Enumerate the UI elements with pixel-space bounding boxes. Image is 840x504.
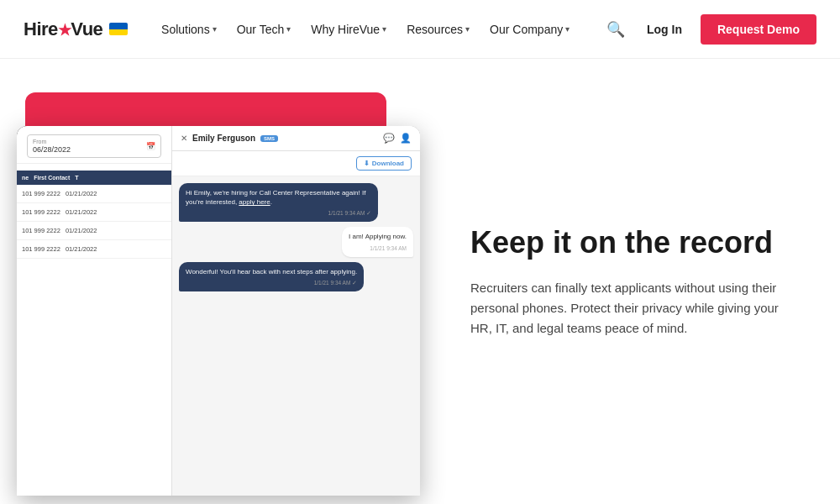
login-button[interactable]: Log In xyxy=(638,18,690,41)
sms-badge: SMS xyxy=(260,135,278,142)
chevron-down-icon: ▾ xyxy=(465,24,470,34)
phone: 101 999 2222 xyxy=(22,190,60,197)
text-area: Keep it on the record Recruiters can fin… xyxy=(428,191,840,371)
nav-links: Solutions ▾ Our Tech ▾ Why HireVue ▾ Res… xyxy=(153,18,578,41)
date: 01/21/2022 xyxy=(66,190,97,197)
message-icon[interactable]: 💬 xyxy=(383,133,395,144)
laptop-frame: From 06/28/2022 📅 ne First Contact T 101… xyxy=(17,126,420,496)
search-button[interactable]: 🔍 xyxy=(603,17,628,42)
calendar-icon: 📅 xyxy=(146,142,155,150)
screen-left-panel: From 06/28/2022 📅 ne First Contact T 101… xyxy=(17,126,172,496)
logo-text: Hire★Vue xyxy=(24,18,102,40)
table-row: 101 999 2222 01/21/2022 xyxy=(17,240,171,259)
message-timestamp: 1/1/21 9:34 AM ✓ xyxy=(186,209,371,217)
ukraine-flag xyxy=(109,23,128,35)
chevron-down-icon: ▾ xyxy=(565,24,570,34)
date: 01/21/2022 xyxy=(66,208,97,216)
phone: 101 999 2222 xyxy=(22,208,60,216)
download-icon: ⬇ xyxy=(364,160,370,167)
chat-body: Hi Emily, we're hiring for Call Center R… xyxy=(172,176,420,496)
request-demo-button[interactable]: Request Demo xyxy=(701,14,816,45)
nav-why-hirevue[interactable]: Why HireVue ▾ xyxy=(302,18,395,41)
col-first-contact: First Contact xyxy=(34,175,70,181)
logo[interactable]: Hire★Vue xyxy=(24,18,128,40)
page-title: Keep it on the record xyxy=(470,224,798,260)
chevron-down-icon: ▾ xyxy=(286,24,291,34)
message-text: Hi Emily, we're hiring for Call Center R… xyxy=(186,189,365,206)
date-field[interactable]: From 06/28/2022 📅 xyxy=(27,134,161,158)
table-row: 101 999 2222 01/21/2022 xyxy=(17,203,171,222)
date-filter-area: From 06/28/2022 📅 xyxy=(17,126,171,164)
navigation: Hire★Vue Solutions ▾ Our Tech ▾ Why Hire… xyxy=(0,0,840,59)
phone: 101 999 2222 xyxy=(22,227,60,234)
col-t: T xyxy=(75,175,78,181)
table-header: ne First Contact T xyxy=(17,171,171,185)
nav-our-tech[interactable]: Our Tech ▾ xyxy=(228,18,300,41)
chat-panel: ✕ Emily Ferguson SMS 💬 👤 ⬇ Download xyxy=(172,126,420,496)
download-area: ⬇ Download xyxy=(172,151,420,176)
chevron-down-icon: ▾ xyxy=(213,24,217,34)
date: 01/21/2022 xyxy=(66,227,97,234)
chevron-down-icon: ▾ xyxy=(382,24,386,34)
date-value: 06/28/2022 xyxy=(33,145,71,154)
device-mockup: From 06/28/2022 📅 ne First Contact T 101… xyxy=(0,59,428,504)
nav-resources[interactable]: Resources ▾ xyxy=(398,18,478,41)
message-text: Wonderful! You'll hear back with next st… xyxy=(186,268,357,276)
chat-header-left: ✕ Emily Ferguson SMS xyxy=(181,134,278,143)
message-text: I am! Applying now. xyxy=(349,233,407,240)
main-content: From 06/28/2022 📅 ne First Contact T 101… xyxy=(0,59,840,504)
nav-solutions[interactable]: Solutions ▾ xyxy=(153,18,225,41)
chat-message-in: I am! Applying now. 1/1/21 9:34 AM xyxy=(342,227,413,256)
chat-message-out: Hi Emily, we're hiring for Call Center R… xyxy=(179,183,378,222)
message-timestamp: 1/1/21 9:34 AM xyxy=(349,244,407,252)
chat-message-out-2: Wonderful! You'll hear back with next st… xyxy=(179,262,364,291)
table-row: 101 999 2222 01/21/2022 xyxy=(17,185,171,203)
date: 01/21/2022 xyxy=(66,245,97,253)
nav-actions: 🔍 Log In Request Demo xyxy=(603,14,816,45)
phone: 101 999 2222 xyxy=(22,245,60,253)
laptop-screen: From 06/28/2022 📅 ne First Contact T 101… xyxy=(17,126,420,496)
chat-contact-name: Emily Ferguson xyxy=(192,134,255,143)
page-body: Recruiters can finally text applicants w… xyxy=(470,278,790,339)
download-button[interactable]: ⬇ Download xyxy=(356,156,412,171)
chat-action-icons: 💬 👤 xyxy=(383,133,412,144)
col-name: ne xyxy=(22,175,29,181)
message-timestamp: 1/1/21 9:34 AM ✓ xyxy=(186,279,357,286)
person-icon[interactable]: 👤 xyxy=(400,133,412,144)
nav-our-company[interactable]: Our Company ▾ xyxy=(481,18,578,41)
table-row: 101 999 2222 01/21/2022 xyxy=(17,222,171,240)
close-icon[interactable]: ✕ xyxy=(181,134,187,143)
chat-header: ✕ Emily Ferguson SMS 💬 👤 xyxy=(172,126,420,151)
date-label: From xyxy=(33,139,71,144)
